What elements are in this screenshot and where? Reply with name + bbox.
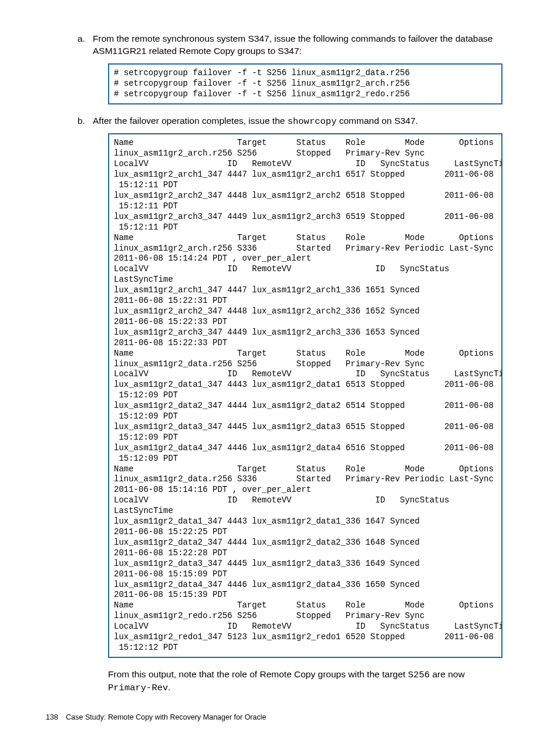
page: a. From the remote synchronous system S3…	[0, 0, 560, 746]
list-marker-b: b.	[61, 115, 93, 128]
page-footer: 138 Case Study: Remote Copy with Recover…	[46, 713, 266, 721]
text-span: From this output, note that the role of …	[108, 669, 408, 679]
list-item-b: b. After the failover operation complete…	[61, 115, 502, 128]
footer-title: Case Study: Remote Copy with Recovery Ma…	[66, 713, 266, 721]
text-span: command on S347.	[336, 116, 418, 126]
list-item-a: a. From the remote synchronous system S3…	[61, 33, 502, 58]
code-block-setrcopygroup: # setrcopygroup failover -f -t S256 linu…	[108, 63, 502, 104]
text-span: .	[168, 682, 170, 692]
code-block-showrcopy-output: Name Target Status Role Mode Options lin…	[108, 133, 502, 657]
inline-code-primary-rev: Primary-Rev	[108, 683, 168, 693]
page-number: 138	[46, 713, 58, 721]
list-body-b: After the failover operation completes, …	[93, 115, 502, 128]
text-span: After the failover operation completes, …	[93, 116, 288, 126]
list-marker-a: a.	[61, 33, 93, 58]
list-body-a: From the remote synchronous system S347,…	[93, 33, 502, 58]
inline-code-showrcopy: showrcopy	[288, 116, 337, 127]
after-output-paragraph: From this output, note that the role of …	[108, 669, 502, 694]
text-span: are now	[430, 669, 464, 679]
inline-code-s256: S256	[408, 670, 430, 680]
